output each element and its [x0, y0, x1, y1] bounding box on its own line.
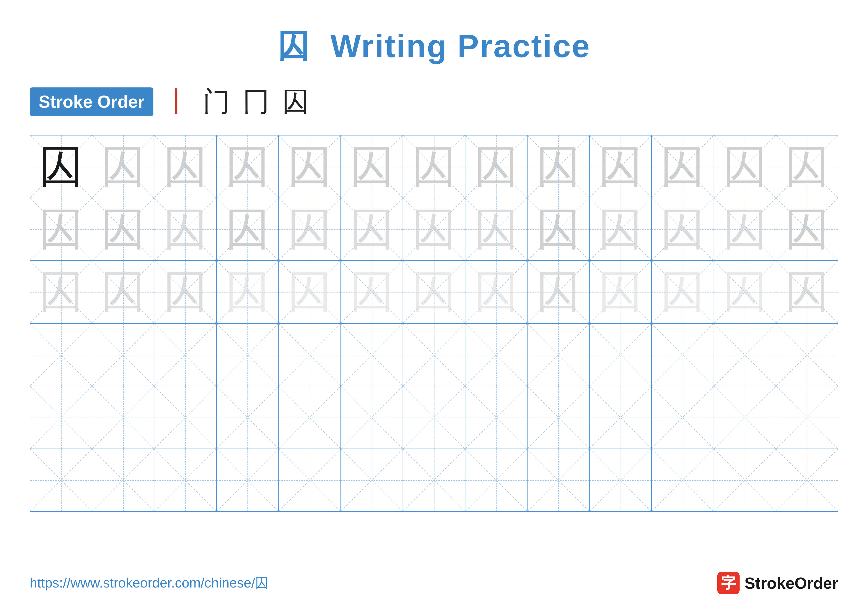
grid-cell[interactable] [590, 386, 652, 449]
grid-cell[interactable]: 囚 [279, 261, 341, 323]
practice-char: 囚 [163, 137, 208, 197]
grid-cell[interactable] [217, 449, 279, 511]
grid-cell[interactable] [776, 449, 838, 511]
grid-cell[interactable]: 囚 [30, 261, 92, 323]
grid-cell[interactable]: 囚 [652, 198, 714, 260]
practice-char: 囚 [287, 137, 332, 197]
grid-cell[interactable]: 囚 [30, 198, 92, 260]
grid-cell[interactable]: 囚 [714, 261, 776, 323]
practice-char: 囚 [225, 199, 270, 260]
practice-char: 囚 [722, 199, 767, 260]
grid-cell[interactable]: 囚 [217, 135, 279, 197]
practice-char: 囚 [349, 262, 394, 322]
grid-cell[interactable]: 囚 [92, 135, 154, 197]
practice-char: 囚 [225, 262, 270, 322]
grid-cell[interactable]: 囚 [217, 198, 279, 260]
grid-cell[interactable] [714, 386, 776, 449]
practice-char: 囚 [101, 199, 146, 260]
grid-cell[interactable] [590, 324, 652, 386]
grid-cell[interactable]: 囚 [403, 135, 465, 197]
footer-url[interactable]: https://www.strokeorder.com/chinese/囚 [30, 574, 269, 592]
grid-cell[interactable] [527, 449, 590, 511]
grid-cell[interactable] [279, 386, 341, 449]
practice-char: 囚 [784, 199, 829, 260]
grid-cell[interactable] [154, 386, 217, 449]
grid-cell[interactable]: 囚 [154, 198, 217, 260]
grid-cell[interactable] [92, 449, 154, 511]
grid-cell[interactable]: 囚 [217, 261, 279, 323]
practice-char: 囚 [225, 137, 270, 197]
grid-cell[interactable] [154, 449, 217, 511]
grid-cell[interactable] [652, 449, 714, 511]
grid-cell[interactable] [341, 449, 403, 511]
grid-cell[interactable] [403, 386, 465, 449]
grid-cell[interactable]: 囚 [776, 198, 838, 260]
grid-cell[interactable] [154, 324, 217, 386]
practice-char: 囚 [598, 137, 643, 197]
grid-cell[interactable] [465, 324, 527, 386]
grid-cell[interactable] [217, 324, 279, 386]
grid-cell[interactable]: 囚 [714, 198, 776, 260]
grid-cell[interactable] [527, 324, 590, 386]
logo-icon: 字 [717, 572, 739, 594]
grid-cell[interactable]: 囚 [652, 261, 714, 323]
grid-cell[interactable] [30, 324, 92, 386]
practice-char: 囚 [412, 199, 457, 260]
grid-cell[interactable] [714, 324, 776, 386]
grid-cell[interactable] [279, 324, 341, 386]
grid-cell[interactable]: 囚 [403, 198, 465, 260]
grid-cell[interactable]: 囚 [590, 198, 652, 260]
stroke-step-1: 丨 [163, 83, 191, 120]
stroke-step-2: 门 [203, 83, 230, 120]
grid-cell[interactable] [403, 324, 465, 386]
grid-cell[interactable]: 囚 [341, 135, 403, 197]
grid-cell[interactable] [30, 449, 92, 511]
grid-cell[interactable] [403, 449, 465, 511]
grid-cell[interactable] [776, 386, 838, 449]
grid-cell[interactable] [776, 324, 838, 386]
grid-cell[interactable] [465, 386, 527, 449]
grid-cell[interactable] [30, 386, 92, 449]
grid-cell[interactable]: 囚 [341, 198, 403, 260]
practice-char: 囚 [474, 199, 519, 260]
grid-cell[interactable]: 囚 [776, 261, 838, 323]
grid-cell[interactable] [217, 386, 279, 449]
grid-cell[interactable]: 囚 [279, 198, 341, 260]
grid-cell[interactable]: 囚 [465, 261, 527, 323]
grid-cell[interactable]: 囚 [652, 135, 714, 197]
grid-cell[interactable]: 囚 [527, 261, 590, 323]
practice-char: 囚 [660, 262, 705, 322]
grid-cell[interactable] [279, 449, 341, 511]
grid-cell[interactable]: 囚 [590, 261, 652, 323]
grid-cell[interactable]: 囚 [341, 261, 403, 323]
grid-cell[interactable] [92, 324, 154, 386]
grid-cell[interactable]: 囚 [154, 135, 217, 197]
grid-cell[interactable]: 囚 [465, 198, 527, 260]
grid-cell[interactable] [652, 386, 714, 449]
grid-cell[interactable]: 囚 [714, 135, 776, 197]
footer-logo: 字 StrokeOrder [717, 572, 838, 594]
grid-cell[interactable]: 囚 [92, 261, 154, 323]
grid-cell[interactable]: 囚 [279, 135, 341, 197]
grid-cell[interactable] [714, 449, 776, 511]
grid-cell[interactable] [590, 449, 652, 511]
grid-cell[interactable] [92, 386, 154, 449]
grid-cell[interactable]: 囚 [527, 135, 590, 197]
practice-char: 囚 [349, 199, 394, 260]
grid-cell[interactable]: 囚 [776, 135, 838, 197]
grid-cell[interactable]: 囚 [465, 135, 527, 197]
grid-cell[interactable] [527, 386, 590, 449]
grid-cell[interactable]: 囚 [30, 135, 92, 197]
grid-cell[interactable]: 囚 [154, 261, 217, 323]
practice-grid: 囚 囚 囚 囚 囚 囚 囚 囚 [30, 135, 838, 512]
grid-cell[interactable]: 囚 [92, 198, 154, 260]
grid-cell[interactable] [341, 324, 403, 386]
grid-cell[interactable] [652, 324, 714, 386]
grid-cell[interactable]: 囚 [590, 135, 652, 197]
grid-cell[interactable] [341, 386, 403, 449]
practice-char: 囚 [101, 137, 146, 197]
grid-cell[interactable]: 囚 [527, 198, 590, 260]
grid-cell[interactable] [465, 449, 527, 511]
practice-char: 囚 [412, 137, 457, 197]
grid-cell[interactable]: 囚 [403, 261, 465, 323]
